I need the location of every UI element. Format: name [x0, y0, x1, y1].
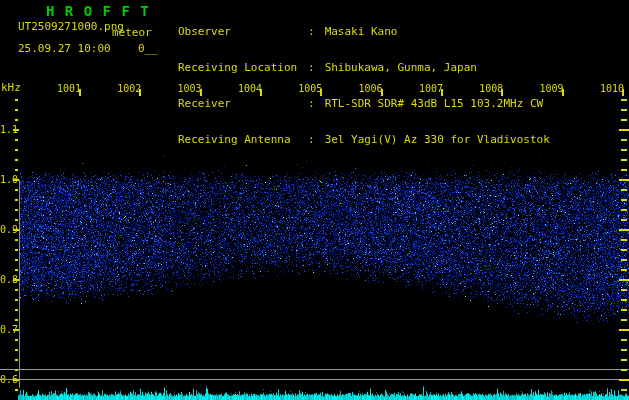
- freq-minor-tick-right: [621, 109, 627, 111]
- info-row-observer: Observer:Masaki Kano: [178, 26, 550, 38]
- freq-minor-tick-right: [621, 189, 627, 191]
- date-time: 25.09.27 10:00: [18, 42, 111, 55]
- info-colon: :: [308, 62, 315, 74]
- freq-minor-tick-left: [15, 289, 18, 291]
- info-colon: :: [308, 26, 315, 38]
- time-tick-mark: [622, 89, 624, 96]
- output-filename: UT2509271000.png: [18, 20, 124, 33]
- freq-unit-label: kHz: [1, 81, 21, 94]
- freq-minor-tick-right: [621, 319, 627, 321]
- info-colon: :: [308, 98, 315, 110]
- freq-major-tick-left: [13, 379, 19, 381]
- time-tick-mark: [139, 89, 141, 96]
- freq-minor-tick-left: [15, 219, 18, 221]
- freq-major-tick-right: [619, 279, 629, 281]
- freq-minor-tick-left: [15, 99, 18, 101]
- freq-minor-tick-right: [621, 339, 627, 341]
- time-tick-label: 1003: [170, 83, 202, 94]
- freq-minor-tick-right: [621, 119, 627, 121]
- freq-major-tick-right: [619, 229, 629, 231]
- freq-minor-tick-right: [621, 209, 627, 211]
- freq-minor-tick-left: [15, 189, 18, 191]
- freq-minor-tick-right: [621, 259, 627, 261]
- freq-minor-tick-left: [15, 199, 18, 201]
- freq-major-tick-left: [13, 229, 19, 231]
- time-tick-label: 1009: [532, 83, 564, 94]
- info-label: Receiver: [178, 98, 308, 110]
- freq-minor-tick-left: [15, 319, 18, 321]
- time-tick-label: 1007: [411, 83, 443, 94]
- freq-minor-tick-left: [15, 159, 18, 161]
- freq-minor-tick-right: [621, 299, 627, 301]
- info-row-antenna: Receiving Antenna:3el Yagi(V) Az 330 for…: [178, 134, 550, 146]
- time-tick-mark: [501, 89, 503, 96]
- freq-minor-tick-right: [621, 349, 627, 351]
- freq-minor-tick-left: [15, 239, 18, 241]
- freq-minor-tick-left: [15, 209, 18, 211]
- freq-minor-tick-right: [621, 199, 627, 201]
- freq-minor-tick-left: [15, 309, 18, 311]
- freq-minor-tick-right: [621, 99, 627, 101]
- freq-minor-tick-right: [621, 309, 627, 311]
- info-label: Receiving Antenna: [178, 134, 308, 146]
- freq-minor-tick-left: [15, 299, 18, 301]
- time-tick-label: 1005: [290, 83, 322, 94]
- freq-minor-tick-right: [621, 289, 627, 291]
- freq-minor-tick-left: [15, 139, 18, 141]
- info-value: 3el Yagi(V) Az 330 for Vladivostok: [325, 134, 550, 146]
- time-tick-mark: [260, 89, 262, 96]
- time-tick-mark: [562, 89, 564, 96]
- freq-minor-tick-left: [15, 109, 18, 111]
- freq-minor-tick-left: [15, 369, 18, 371]
- time-tick-label: 1006: [351, 83, 383, 94]
- freq-minor-tick-left: [15, 349, 18, 351]
- freq-minor-tick-right: [621, 139, 627, 141]
- time-tick-label: 1001: [49, 83, 81, 94]
- time-tick-mark: [200, 89, 202, 96]
- info-label: Receiving Location: [178, 62, 308, 74]
- info-value: Masaki Kano: [325, 26, 398, 38]
- freq-minor-tick-right: [621, 249, 627, 251]
- freq-minor-tick-left: [15, 249, 18, 251]
- freq-major-tick-left: [13, 279, 19, 281]
- freq-minor-tick-left: [15, 269, 18, 271]
- info-label: Observer: [178, 26, 308, 38]
- freq-major-tick-right: [619, 179, 629, 181]
- info-value: RTL-SDR SDR# 43dB L15 103.2MHz CW: [325, 98, 544, 110]
- freq-minor-tick-right: [621, 389, 627, 391]
- info-row-receiver: Receiver:RTL-SDR SDR# 43dB L15 103.2MHz …: [178, 98, 550, 110]
- freq-major-tick-left: [13, 329, 19, 331]
- freq-minor-tick-left: [15, 119, 18, 121]
- freq-minor-tick-right: [621, 159, 627, 161]
- freq-major-tick-right: [619, 129, 629, 131]
- info-row-location: Receiving Location:Shibukawa, Gunma, Jap…: [178, 62, 550, 74]
- time-tick-mark: [441, 89, 443, 96]
- time-tick-mark: [320, 89, 322, 96]
- freq-minor-tick-right: [621, 149, 627, 151]
- app-title: H R O F F T: [46, 3, 150, 19]
- freq-major-tick-left: [13, 129, 19, 131]
- freq-minor-tick-left: [15, 389, 18, 391]
- freq-minor-tick-left: [15, 259, 18, 261]
- reference-line-upper: [0, 369, 629, 370]
- freq-minor-tick-left: [15, 149, 18, 151]
- time-tick-mark: [79, 89, 81, 96]
- observation-name: meteor: [112, 26, 152, 39]
- echo-counter: 0__: [138, 42, 158, 55]
- freq-minor-tick-left: [15, 169, 18, 171]
- freq-minor-tick-right: [621, 169, 627, 171]
- hrofft-screen: H R O F F T UT2509271000.png meteor 25.0…: [0, 0, 629, 400]
- freq-major-tick-left: [13, 179, 19, 181]
- time-tick-label: 1008: [471, 83, 503, 94]
- freq-major-tick-right: [619, 329, 629, 331]
- time-tick-label: 1004: [230, 83, 262, 94]
- info-colon: :: [308, 134, 315, 146]
- freq-minor-tick-left: [15, 339, 18, 341]
- freq-minor-tick-right: [621, 359, 627, 361]
- reference-line-lower: [0, 379, 629, 380]
- freq-minor-tick-right: [621, 269, 627, 271]
- time-tick-label: 1002: [109, 83, 141, 94]
- freq-minor-tick-left: [15, 359, 18, 361]
- time-tick-mark: [381, 89, 383, 96]
- info-value: Shibukawa, Gunma, Japan: [325, 62, 477, 74]
